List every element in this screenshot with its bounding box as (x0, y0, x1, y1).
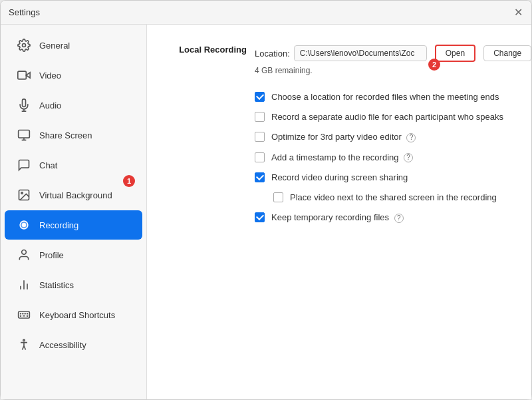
svg-rect-5 (19, 130, 30, 138)
sidebar-label-keyboard-shortcuts: Keyboard Shortcuts (39, 310, 115, 320)
location-path: C:\Users\lenovo\Documents\Zoc (294, 45, 427, 61)
change-button[interactable]: Change (483, 45, 531, 61)
svg-rect-2 (18, 71, 26, 79)
open-button[interactable]: Open (435, 45, 475, 62)
option-label-keep-temp-files: Keep temporary recording files ? (271, 212, 404, 224)
sidebar-label-statistics: Statistics (39, 280, 74, 290)
gear-icon (15, 37, 33, 54)
checkbox-record-video-sharing[interactable] (255, 172, 265, 182)
checkbox-choose-location[interactable] (255, 92, 265, 102)
svg-point-27 (27, 313, 28, 314)
sidebar-label-audio: Audio (39, 100, 61, 110)
close-button[interactable]: ✕ (513, 7, 523, 18)
option-row-keep-temp-files: Keep temporary recording files ? (255, 212, 531, 224)
option-label-optimize-editor: Optimize for 3rd party video editor ? (271, 131, 416, 143)
option-label-place-video-next: Place video next to the shared screen in… (290, 192, 497, 204)
options-list: Choose a location for recorded files whe… (255, 91, 531, 224)
sidebar-item-video[interactable]: Video (5, 61, 142, 90)
sidebar-label-profile: Profile (39, 250, 64, 260)
option-label-timestamp: Add a timestamp to the recording ? (271, 152, 413, 164)
record-dot-icon (15, 216, 33, 234)
sidebar-label-accessibility: Accessibility (39, 340, 86, 350)
sidebar-item-profile[interactable]: Profile (5, 240, 142, 270)
sidebar-label-recording: Recording (39, 220, 78, 230)
checkbox-timestamp[interactable] (255, 152, 265, 162)
sidebar-item-accessibility[interactable]: Accessibility (5, 330, 142, 359)
svg-point-25 (23, 313, 23, 314)
microphone-icon (15, 97, 33, 114)
option-label-separate-audio: Record a separate audio file for each pa… (271, 111, 503, 123)
window-title: Settings (9, 7, 40, 17)
sidebar-item-virtual-background[interactable]: Virtual Background (5, 180, 142, 210)
sidebar-label-chat: Chat (39, 160, 57, 170)
video-camera-icon (15, 67, 33, 84)
help-icon-timestamp[interactable]: ? (404, 153, 413, 162)
sidebar-item-statistics[interactable]: Statistics (5, 270, 142, 300)
bar-chart-icon (15, 276, 33, 294)
sidebar-item-audio[interactable]: Audio (5, 91, 142, 120)
checkbox-keep-temp-files[interactable] (255, 212, 265, 222)
location-label: Location: (255, 49, 290, 59)
svg-point-29 (27, 315, 28, 316)
sidebar-label-video: Video (39, 71, 61, 81)
sidebar-item-share-screen[interactable]: Share Screen (5, 120, 142, 150)
option-row-timestamp: Add a timestamp to the recording ? (255, 152, 531, 164)
option-label-record-video-sharing: Record video during screen sharing (271, 172, 408, 184)
chat-bubble-icon (15, 156, 33, 174)
sidebar: General Video (1, 25, 147, 399)
option-row-record-video-sharing: Record video during screen sharing (255, 172, 531, 184)
svg-point-26 (25, 313, 25, 314)
svg-point-9 (21, 192, 23, 194)
sidebar-item-chat[interactable]: Chat (5, 150, 142, 180)
sidebar-item-general[interactable]: General (5, 31, 142, 60)
titlebar: Settings ✕ (1, 1, 531, 25)
option-row-separate-audio: Record a separate audio file for each pa… (255, 111, 531, 123)
svg-point-24 (21, 313, 21, 314)
sidebar-item-recording[interactable]: Recording (5, 210, 142, 240)
landscape-icon (15, 186, 33, 204)
checkbox-separate-audio[interactable] (255, 112, 265, 122)
svg-marker-1 (26, 73, 30, 78)
help-icon-temp-files[interactable]: ? (394, 214, 404, 223)
keyboard-icon (15, 306, 33, 323)
main-content: General Video (1, 25, 531, 399)
sidebar-label-general: General (39, 41, 70, 51)
sidebar-item-keyboard-shortcuts[interactable]: Keyboard Shortcuts (5, 300, 142, 329)
option-row-optimize-editor: Optimize for 3rd party video editor ? (255, 131, 531, 143)
option-label-choose-location: Choose a location for recorded files whe… (271, 91, 499, 103)
checkbox-optimize-editor[interactable] (255, 132, 265, 142)
sidebar-label-virtual-background: Virtual Background (39, 190, 112, 200)
sidebar-label-share-screen: Share Screen (39, 130, 92, 140)
svg-point-11 (23, 224, 26, 227)
accessibility-icon (15, 336, 33, 353)
checkbox-place-video-next[interactable] (273, 192, 283, 202)
option-row-choose-location: Choose a location for recorded files whe… (255, 91, 531, 103)
svg-rect-16 (19, 311, 30, 318)
svg-point-30 (23, 339, 25, 341)
remaining-text: 4 GB remaining. (255, 66, 531, 75)
main-panel: Local Recording Location: C:\Users\lenov… (147, 25, 531, 399)
monitor-icon (15, 126, 33, 144)
person-icon (15, 246, 33, 264)
option-row-place-video-next: Place video next to the shared screen in… (273, 192, 531, 204)
svg-point-0 (23, 44, 26, 47)
help-icon-optimize[interactable]: ? (406, 133, 416, 142)
svg-point-12 (22, 250, 27, 255)
settings-window: Settings ✕ General (0, 0, 532, 400)
svg-point-28 (21, 315, 21, 316)
section-title: Local Recording (174, 45, 247, 55)
